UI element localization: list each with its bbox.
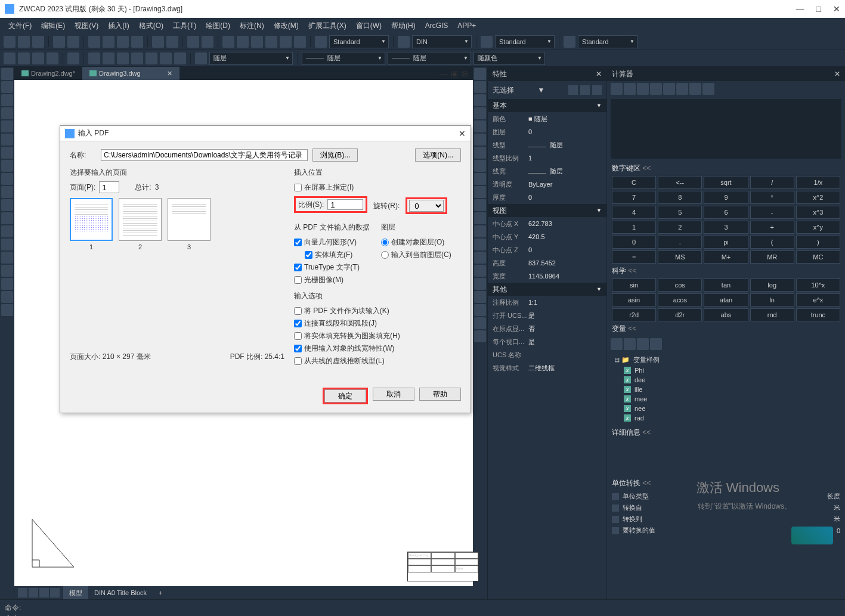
circle-icon[interactable] bbox=[1, 94, 13, 106]
calculator-close-icon[interactable]: ✕ bbox=[834, 70, 840, 78]
scale-input[interactable] bbox=[327, 199, 363, 210]
calc-btn-[interactable]: * bbox=[750, 191, 794, 204]
prop-tool-3-icon[interactable] bbox=[592, 85, 602, 95]
calc-btn-[interactable]: = bbox=[612, 250, 656, 264]
spline-icon[interactable] bbox=[1, 147, 13, 159]
cut-icon[interactable] bbox=[88, 36, 100, 48]
calc-btn-e^x[interactable]: e^x bbox=[796, 293, 840, 307]
maximize-button[interactable]: □ bbox=[816, 4, 821, 14]
redo-icon[interactable] bbox=[166, 36, 178, 48]
polygon-icon[interactable] bbox=[1, 160, 13, 172]
var-tool-2-icon[interactable] bbox=[624, 338, 636, 350]
tab-last-icon[interactable] bbox=[50, 588, 60, 598]
prop-transparency-value[interactable]: ByLayer bbox=[528, 181, 602, 188]
mline-icon[interactable] bbox=[1, 252, 13, 264]
layer-icon-5[interactable] bbox=[67, 52, 79, 64]
layer-icon-12[interactable] bbox=[174, 52, 186, 64]
zoom-icon[interactable] bbox=[202, 36, 213, 48]
donut-icon[interactable] bbox=[1, 291, 13, 303]
prop-perview-value[interactable]: 是 bbox=[528, 338, 602, 346]
filename-input[interactable] bbox=[101, 149, 308, 161]
calc-tool-6-icon[interactable] bbox=[676, 83, 688, 95]
calc-btn-[interactable]: . bbox=[658, 236, 702, 249]
mleaderstyle-icon[interactable] bbox=[564, 36, 575, 48]
hatch-icon[interactable] bbox=[1, 186, 13, 198]
tool-a-icon[interactable] bbox=[222, 36, 234, 48]
menu-tools[interactable]: 工具(T) bbox=[168, 21, 201, 31]
polyline-icon[interactable] bbox=[1, 81, 13, 93]
color-icon[interactable] bbox=[195, 52, 207, 64]
modify-18-icon[interactable] bbox=[474, 291, 486, 303]
current-layer-radio[interactable] bbox=[381, 251, 389, 259]
solidtohatch-checkbox[interactable] bbox=[294, 332, 302, 340]
var-tool-1-icon[interactable] bbox=[611, 338, 623, 350]
numpad-title[interactable]: 数字键区 bbox=[607, 161, 845, 176]
layer-icon-9[interactable] bbox=[131, 52, 143, 64]
print-icon[interactable] bbox=[53, 36, 65, 48]
tablestyle-dropdown[interactable]: Standard bbox=[495, 35, 555, 48]
prop-annoscale-value[interactable]: 1:1 bbox=[528, 299, 602, 306]
modify-21-icon[interactable] bbox=[474, 330, 486, 342]
calc-tool-1-icon[interactable] bbox=[611, 83, 623, 95]
prop-visualstyle-value[interactable]: 二维线框 bbox=[528, 364, 602, 373]
modify-1-icon[interactable] bbox=[474, 68, 486, 80]
tool-b-icon[interactable] bbox=[237, 36, 249, 48]
ray-icon[interactable] bbox=[1, 265, 13, 277]
block-icon[interactable] bbox=[1, 225, 13, 237]
menu-modify[interactable]: 修改(M) bbox=[269, 21, 304, 31]
modify-2-icon[interactable] bbox=[474, 81, 486, 93]
modify-8-icon[interactable] bbox=[474, 160, 486, 172]
calc-btn-x3[interactable]: x^3 bbox=[796, 206, 840, 219]
asblock-checkbox[interactable] bbox=[294, 307, 302, 315]
undo-icon[interactable] bbox=[152, 36, 164, 48]
dimstyle-dropdown[interactable]: DIN bbox=[412, 35, 472, 48]
help-button[interactable]: 帮助 bbox=[419, 388, 461, 401]
var-dee[interactable]: xdee bbox=[612, 375, 840, 385]
section-other[interactable]: 其他 bbox=[488, 283, 606, 296]
calc-btn-m[interactable]: M+ bbox=[704, 250, 748, 264]
modify-6-icon[interactable] bbox=[474, 134, 486, 146]
cancel-button[interactable]: 取消 bbox=[373, 388, 414, 401]
calc-btn-2[interactable]: 2 bbox=[658, 221, 702, 234]
linetype-dropdown[interactable]: 随层 bbox=[302, 52, 385, 65]
calc-btn-6[interactable]: 6 bbox=[704, 206, 748, 219]
modify-7-icon[interactable] bbox=[474, 147, 486, 159]
modify-15-icon[interactable] bbox=[474, 252, 486, 264]
calc-btn-9[interactable]: 9 bbox=[704, 191, 748, 204]
selection-dropdown[interactable]: 无选择▼ bbox=[488, 81, 606, 99]
create-layer-radio[interactable] bbox=[381, 239, 389, 246]
command-line[interactable]: 命令: 命令: 命令: 命令: _pdfimport 选择 PDF 参考底图或 … bbox=[0, 599, 845, 616]
options-button[interactable]: 选项(N)... bbox=[415, 148, 461, 162]
menu-express[interactable]: 扩展工具(X) bbox=[304, 21, 351, 31]
page-input[interactable] bbox=[99, 181, 119, 193]
lineweight-dropdown[interactable]: 随层 bbox=[388, 52, 471, 65]
prop-tool-1-icon[interactable] bbox=[568, 85, 578, 95]
calc-btn-mc[interactable]: MC bbox=[796, 250, 840, 264]
thumb-1[interactable]: 1 bbox=[70, 198, 113, 250]
tool-d-icon[interactable] bbox=[265, 36, 277, 48]
thumb-2[interactable]: 2 bbox=[119, 198, 162, 250]
modify-14-icon[interactable] bbox=[474, 239, 486, 250]
preview-icon[interactable] bbox=[67, 36, 79, 48]
calc-btn-8[interactable]: 8 bbox=[658, 191, 702, 204]
calc-btn-log[interactable]: log bbox=[750, 278, 794, 292]
layer-icon-11[interactable] bbox=[160, 52, 172, 64]
prop-thickness-value[interactable]: 0 bbox=[528, 194, 602, 201]
modify-13-icon[interactable] bbox=[474, 225, 486, 237]
mleaderstyle-dropdown[interactable]: Standard bbox=[578, 35, 637, 48]
region-icon[interactable] bbox=[1, 199, 13, 211]
rectangle-icon[interactable] bbox=[1, 120, 13, 132]
paste-icon[interactable] bbox=[117, 36, 129, 48]
open-icon[interactable] bbox=[18, 36, 30, 48]
var-ille[interactable]: xille bbox=[612, 385, 840, 394]
vector-checkbox[interactable] bbox=[294, 239, 302, 246]
calc-btn-trunc[interactable]: trunc bbox=[796, 308, 840, 321]
calc-btn-[interactable]: + bbox=[750, 221, 794, 234]
table-icon[interactable] bbox=[1, 239, 13, 250]
modify-19-icon[interactable] bbox=[474, 304, 486, 316]
new-icon[interactable] bbox=[4, 36, 16, 48]
tab-first-icon[interactable] bbox=[18, 588, 27, 598]
prop-centerz-value[interactable]: 0 bbox=[528, 246, 602, 253]
modify-9-icon[interactable] bbox=[474, 173, 486, 185]
calc-btn-5[interactable]: 5 bbox=[658, 206, 702, 219]
